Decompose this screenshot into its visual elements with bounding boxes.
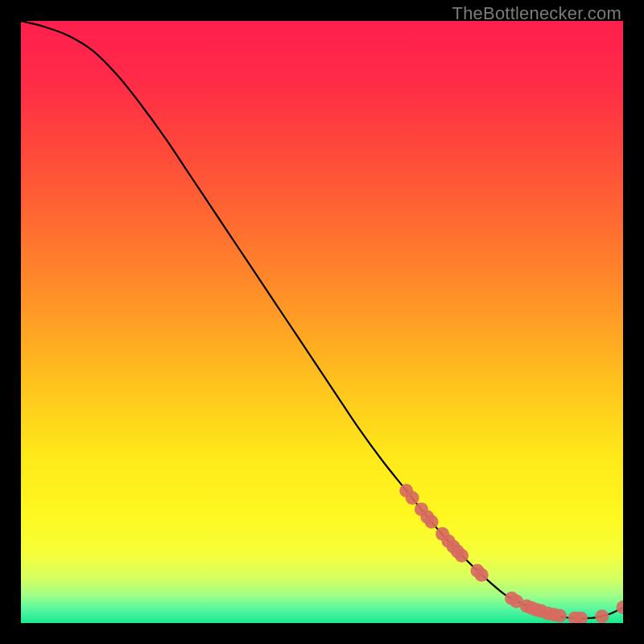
- chart-frame: TheBottlenecker.com: [0, 0, 644, 644]
- chart-svg: [21, 21, 623, 623]
- data-marker: [595, 609, 609, 623]
- data-marker: [455, 549, 469, 563]
- gradient-background: [21, 21, 623, 623]
- data-marker: [406, 491, 419, 505]
- data-marker: [475, 568, 489, 582]
- data-marker: [425, 515, 439, 529]
- data-marker: [553, 609, 567, 623]
- plot-area: [21, 21, 623, 623]
